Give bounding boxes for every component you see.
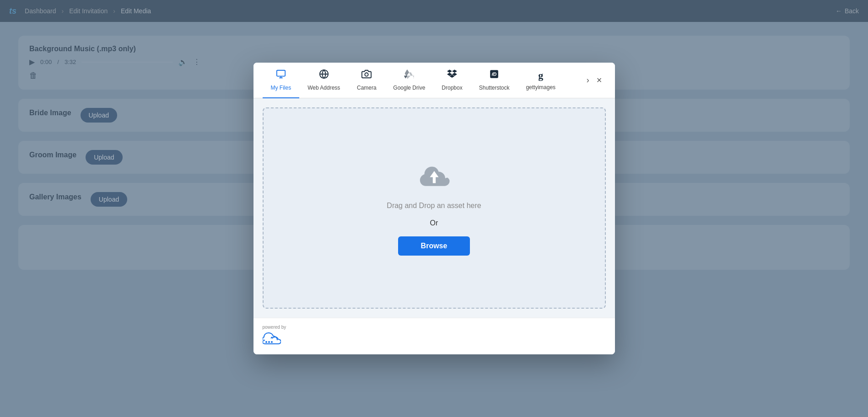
tab-gettyimages[interactable]: g gettyimages [518,63,564,98]
svg-point-14 [268,341,270,343]
monitor-icon [276,69,286,82]
more-tabs-button[interactable]: › [583,72,593,89]
cloud-upload-icon [416,160,453,192]
modal-tabs-bar: My Files Web Address Camera [253,63,615,98]
svg-marker-6 [447,70,452,73]
tab-my-files-label: My Files [271,85,291,91]
camera-icon [361,69,372,82]
drop-zone[interactable]: Drag and Drop an asset here Or Browse [263,107,606,309]
gettyimages-icon: g [538,70,543,81]
tab-google-drive[interactable]: Google Drive [385,63,433,98]
shutterstock-icon [489,69,499,82]
tab-shutterstock-label: Shutterstock [479,85,510,91]
modal-footer: powered by [253,318,615,354]
powered-by-text: powered by [263,325,286,330]
powered-by-area: powered by [263,325,286,348]
google-drive-icon [404,69,414,82]
tab-dropbox[interactable]: Dropbox [433,63,470,98]
tab-gettyimages-label: gettyimages [526,84,555,91]
tab-web-address-label: Web Address [307,85,340,91]
modal-body: Drag and Drop an asset here Or Browse [253,98,615,318]
svg-rect-11 [490,70,498,78]
modal-close-button[interactable]: × [593,71,606,89]
tab-dropbox-label: Dropbox [442,85,462,91]
svg-rect-0 [277,70,285,76]
browse-button[interactable]: Browse [398,236,470,256]
globe-icon [319,69,329,82]
modal-overlay: My Files Web Address Camera [0,0,868,417]
drag-drop-text: Drag and Drop an asset here [387,202,481,210]
tab-camera[interactable]: Camera [348,63,385,98]
tab-my-files[interactable]: My Files [263,63,300,98]
svg-point-5 [365,73,368,76]
svg-marker-7 [452,70,457,73]
svg-point-13 [265,341,267,343]
tab-camera-label: Camera [357,85,377,91]
tab-shutterstock[interactable]: Shutterstock [471,63,518,98]
or-text: Or [430,219,438,227]
cloudinary-logo-icon [263,330,286,348]
svg-point-15 [271,341,273,343]
tab-google-drive-label: Google Drive [393,85,425,91]
upload-modal: My Files Web Address Camera [253,63,615,354]
dropbox-icon [447,69,457,82]
tab-web-address[interactable]: Web Address [299,63,348,98]
